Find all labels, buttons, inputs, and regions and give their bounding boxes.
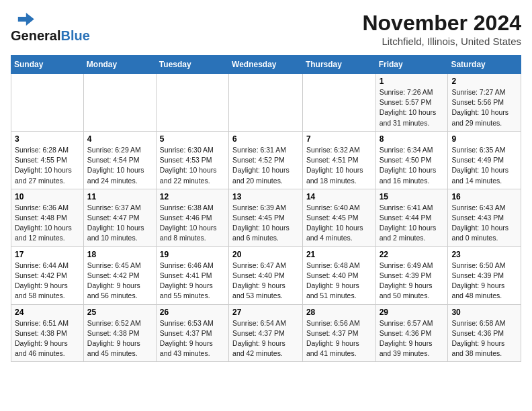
day-number: 1	[380, 77, 445, 86]
day-info: Sunrise: 6:52 AM Sunset: 4:38 PM Dayligh…	[87, 318, 152, 359]
day-number: 10	[15, 192, 80, 201]
page-title: November 2024	[362, 11, 521, 36]
calendar-table: SundayMondayTuesdayWednesdayThursdayFrid…	[11, 55, 521, 362]
day-number: 3	[15, 134, 80, 144]
calendar-cell	[302, 74, 375, 132]
calendar-cell	[11, 74, 84, 132]
day-number: 23	[451, 250, 517, 259]
day-info: Sunrise: 6:36 AM Sunset: 4:48 PM Dayligh…	[15, 203, 80, 244]
calendar-cell: 15Sunrise: 6:41 AM Sunset: 4:44 PM Dayli…	[375, 189, 448, 246]
calendar-cell: 28Sunrise: 6:56 AM Sunset: 4:37 PM Dayli…	[302, 304, 375, 362]
calendar-cell: 2Sunrise: 7:27 AM Sunset: 5:56 PM Daylig…	[448, 74, 521, 132]
day-info: Sunrise: 6:29 AM Sunset: 4:54 PM Dayligh…	[87, 145, 152, 186]
logo-icon	[11, 11, 35, 27]
day-number: 9	[451, 134, 517, 144]
week-row-0: 1Sunrise: 7:26 AM Sunset: 5:57 PM Daylig…	[11, 74, 521, 132]
logo-text-general: General	[11, 28, 60, 44]
day-number: 25	[87, 308, 152, 317]
calendar-cell: 10Sunrise: 6:36 AM Sunset: 4:48 PM Dayli…	[11, 189, 84, 246]
col-header-thursday: Thursday	[302, 56, 375, 74]
day-info: Sunrise: 6:28 AM Sunset: 4:55 PM Dayligh…	[15, 145, 80, 186]
calendar-cell: 1Sunrise: 7:26 AM Sunset: 5:57 PM Daylig…	[375, 74, 448, 132]
day-info: Sunrise: 6:30 AM Sunset: 4:53 PM Dayligh…	[160, 145, 225, 186]
day-info: Sunrise: 6:47 AM Sunset: 4:40 PM Dayligh…	[232, 261, 299, 302]
col-header-tuesday: Tuesday	[156, 56, 228, 74]
day-info: Sunrise: 6:45 AM Sunset: 4:42 PM Dayligh…	[87, 261, 152, 302]
day-number: 13	[232, 192, 299, 201]
calendar-cell: 25Sunrise: 6:52 AM Sunset: 4:38 PM Dayli…	[83, 304, 156, 362]
day-number: 16	[451, 192, 517, 201]
day-info: Sunrise: 6:40 AM Sunset: 4:45 PM Dayligh…	[306, 203, 372, 244]
calendar-cell: 7Sunrise: 6:32 AM Sunset: 4:51 PM Daylig…	[302, 131, 375, 189]
title-block: November 2024 Litchfield, Illinois, Unit…	[362, 11, 521, 47]
day-number: 14	[306, 192, 372, 201]
day-number: 27	[232, 308, 299, 317]
day-info: Sunrise: 6:37 AM Sunset: 4:47 PM Dayligh…	[87, 203, 152, 244]
col-header-sunday: Sunday	[11, 56, 84, 74]
calendar-cell: 11Sunrise: 6:37 AM Sunset: 4:47 PM Dayli…	[83, 189, 156, 246]
calendar-cell: 14Sunrise: 6:40 AM Sunset: 4:45 PM Dayli…	[302, 189, 375, 246]
day-number: 4	[87, 134, 152, 144]
day-number: 20	[232, 250, 299, 259]
day-number: 19	[160, 250, 225, 259]
day-info: Sunrise: 6:35 AM Sunset: 4:49 PM Dayligh…	[451, 145, 517, 186]
header: General Blue November 2024 Litchfield, I…	[11, 11, 521, 47]
day-info: Sunrise: 6:31 AM Sunset: 4:52 PM Dayligh…	[232, 145, 299, 186]
calendar-cell: 6Sunrise: 6:31 AM Sunset: 4:52 PM Daylig…	[229, 131, 303, 189]
day-info: Sunrise: 6:32 AM Sunset: 4:51 PM Dayligh…	[306, 145, 372, 186]
day-info: Sunrise: 6:50 AM Sunset: 4:39 PM Dayligh…	[451, 261, 517, 302]
day-info: Sunrise: 6:43 AM Sunset: 4:43 PM Dayligh…	[451, 203, 517, 244]
day-info: Sunrise: 7:26 AM Sunset: 5:57 PM Dayligh…	[380, 87, 445, 128]
calendar-cell: 13Sunrise: 6:39 AM Sunset: 4:45 PM Dayli…	[229, 189, 303, 246]
day-number: 11	[87, 192, 152, 201]
day-info: Sunrise: 6:53 AM Sunset: 4:37 PM Dayligh…	[160, 318, 225, 359]
day-info: Sunrise: 6:34 AM Sunset: 4:50 PM Dayligh…	[380, 145, 445, 186]
day-info: Sunrise: 6:38 AM Sunset: 4:46 PM Dayligh…	[160, 203, 225, 244]
day-info: Sunrise: 6:56 AM Sunset: 4:37 PM Dayligh…	[306, 318, 372, 359]
day-info: Sunrise: 6:58 AM Sunset: 4:36 PM Dayligh…	[451, 318, 517, 359]
day-number: 30	[451, 308, 517, 317]
day-info: Sunrise: 7:27 AM Sunset: 5:56 PM Dayligh…	[451, 87, 517, 128]
day-number: 18	[87, 250, 152, 259]
calendar-cell: 8Sunrise: 6:34 AM Sunset: 4:50 PM Daylig…	[375, 131, 448, 189]
calendar-cell: 19Sunrise: 6:46 AM Sunset: 4:41 PM Dayli…	[156, 246, 228, 304]
col-header-friday: Friday	[375, 56, 448, 74]
day-info: Sunrise: 6:54 AM Sunset: 4:37 PM Dayligh…	[232, 318, 299, 359]
col-header-saturday: Saturday	[448, 56, 521, 74]
calendar-cell: 24Sunrise: 6:51 AM Sunset: 4:38 PM Dayli…	[11, 304, 84, 362]
calendar-cell	[83, 74, 156, 132]
day-number: 6	[232, 134, 299, 144]
day-info: Sunrise: 6:46 AM Sunset: 4:41 PM Dayligh…	[160, 261, 225, 302]
calendar-cell: 27Sunrise: 6:54 AM Sunset: 4:37 PM Dayli…	[229, 304, 303, 362]
week-row-1: 3Sunrise: 6:28 AM Sunset: 4:55 PM Daylig…	[11, 131, 521, 189]
calendar-cell: 9Sunrise: 6:35 AM Sunset: 4:49 PM Daylig…	[448, 131, 521, 189]
day-number: 12	[160, 192, 225, 201]
col-header-wednesday: Wednesday	[229, 56, 303, 74]
day-number: 7	[306, 134, 372, 144]
calendar-cell: 23Sunrise: 6:50 AM Sunset: 4:39 PM Dayli…	[448, 246, 521, 304]
calendar-cell: 17Sunrise: 6:44 AM Sunset: 4:42 PM Dayli…	[11, 246, 84, 304]
day-number: 21	[306, 250, 372, 259]
day-number: 2	[451, 77, 517, 86]
day-number: 28	[306, 308, 372, 317]
day-number: 5	[160, 134, 225, 144]
day-number: 15	[380, 192, 445, 201]
calendar-cell: 12Sunrise: 6:38 AM Sunset: 4:46 PM Dayli…	[156, 189, 228, 246]
day-info: Sunrise: 6:41 AM Sunset: 4:44 PM Dayligh…	[380, 203, 445, 244]
calendar-cell	[229, 74, 303, 132]
calendar-cell: 5Sunrise: 6:30 AM Sunset: 4:53 PM Daylig…	[156, 131, 228, 189]
calendar-cell: 21Sunrise: 6:48 AM Sunset: 4:40 PM Dayli…	[302, 246, 375, 304]
day-number: 29	[380, 308, 445, 317]
calendar-cell: 20Sunrise: 6:47 AM Sunset: 4:40 PM Dayli…	[229, 246, 303, 304]
calendar-cell	[156, 74, 228, 132]
logo-text-blue: Blue	[60, 28, 89, 44]
calendar-cell: 30Sunrise: 6:58 AM Sunset: 4:36 PM Dayli…	[448, 304, 521, 362]
calendar-cell: 29Sunrise: 6:57 AM Sunset: 4:36 PM Dayli…	[375, 304, 448, 362]
day-info: Sunrise: 6:44 AM Sunset: 4:42 PM Dayligh…	[15, 261, 80, 302]
calendar-cell: 26Sunrise: 6:53 AM Sunset: 4:37 PM Dayli…	[156, 304, 228, 362]
day-info: Sunrise: 6:49 AM Sunset: 4:39 PM Dayligh…	[380, 261, 445, 302]
day-number: 8	[380, 134, 445, 144]
calendar-cell: 22Sunrise: 6:49 AM Sunset: 4:39 PM Dayli…	[375, 246, 448, 304]
logo: General Blue	[11, 11, 90, 44]
day-number: 24	[15, 308, 80, 317]
